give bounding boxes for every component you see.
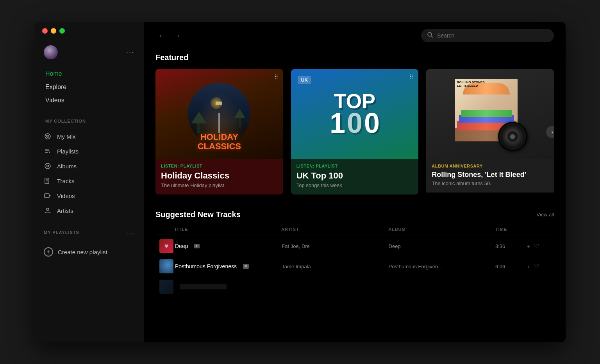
- card-type-rolling: ALBUM ANNIVERSARY: [432, 164, 548, 168]
- my-collection-label: MY COLLECTION: [34, 116, 144, 126]
- sidebar-item-albums-label: Albums: [57, 163, 77, 170]
- topbar: ← →: [144, 22, 566, 49]
- card-type-uk: LISTEN: PLAYLIST: [296, 164, 413, 168]
- track-name-posthumous: Posthumous Forgiveness: [175, 263, 237, 269]
- track-name-deep: Deep: [175, 243, 188, 249]
- sidebar-item-playlists[interactable]: Playlists: [39, 144, 139, 159]
- card-dots-icon: ⠿: [274, 74, 279, 80]
- sidebar-item-albums[interactable]: Albums: [39, 159, 139, 173]
- track-time-deep: 3:36: [495, 243, 527, 249]
- svg-point-7: [47, 165, 49, 167]
- back-button[interactable]: ←: [155, 31, 168, 40]
- card-uk-top-100[interactable]: UK ⠿ TOP 100 LISTEN: PLAYLIST UK T: [291, 69, 419, 194]
- sidebar-item-videos[interactable]: Videos: [39, 188, 139, 203]
- heart-icon[interactable]: ♡: [534, 243, 539, 250]
- col-title: TITLE: [174, 227, 281, 232]
- featured-title: Featured: [155, 53, 554, 62]
- rolling-album-art: ROLLING STONESLET IT BLEED: [451, 75, 529, 153]
- svg-point-6: [45, 163, 50, 169]
- sidebar-item-playlists-label: Playlists: [57, 148, 79, 155]
- card-holiday-classics[interactable]: ⠿: [155, 69, 283, 194]
- sidebar-item-tracks[interactable]: Tracks: [39, 173, 139, 188]
- playlist-icon: [44, 147, 52, 155]
- plus-icon: +: [44, 247, 53, 257]
- sidebar: ··· Home Explore Videos MY COLLECTION: [34, 22, 144, 342]
- sidebar-item-home[interactable]: Home: [42, 67, 136, 80]
- avatar[interactable]: [44, 45, 58, 59]
- view-all-button[interactable]: View all: [536, 212, 554, 218]
- track-thumb-next: [159, 280, 173, 294]
- col-actions: [527, 227, 550, 232]
- table-row[interactable]: Deep E Fat Joe, Dre Deep 3:36 + ♡: [155, 236, 554, 256]
- track-badge-deep: E: [194, 244, 200, 248]
- radio-icon: [44, 132, 52, 140]
- track-thumb-deep: [159, 239, 173, 253]
- playlists-menu-icon[interactable]: ···: [126, 230, 134, 238]
- track-actions-deep: + ♡: [527, 243, 550, 250]
- sidebar-user-area: ···: [34, 41, 144, 67]
- track-title-cell-deep: Deep E: [175, 243, 282, 249]
- card-name-holiday: Holiday Classics: [161, 171, 278, 181]
- search-bar[interactable]: [421, 29, 554, 42]
- sidebar-item-videos-label: Videos: [57, 193, 75, 199]
- svg-point-15: [428, 32, 432, 36]
- track-artist-posthumous: Tame Impala: [282, 264, 388, 269]
- card-type-holiday: LISTEN: PLAYLIST: [161, 164, 278, 168]
- track-title-cell-posthumous: Posthumous Forgiveness M: [175, 263, 282, 269]
- sidebar-item-artists[interactable]: Artists: [39, 203, 139, 218]
- add-icon[interactable]: +: [527, 243, 530, 250]
- window-controls: [42, 28, 65, 34]
- main-nav: Home Explore Videos: [34, 67, 144, 107]
- video-icon: [44, 192, 52, 200]
- my-playlists-label: MY PLAYLISTS: [44, 230, 79, 235]
- sidebar-item-explore[interactable]: Explore: [42, 80, 136, 94]
- track-album-posthumous: Posthumous Forgiven...: [389, 264, 495, 269]
- add-posthumous-icon[interactable]: +: [527, 263, 530, 270]
- maximize-button[interactable]: [59, 28, 65, 34]
- card-name-rolling: Rolling Stones, 'Let It Bleed': [432, 171, 548, 179]
- card-desc-holiday: The ultimate Holiday playlist.: [161, 182, 278, 188]
- col-time: TIME: [495, 227, 527, 232]
- tracks-table: TITLE ARTIST ALBUM TIME Deep E Fat Joe: [155, 225, 554, 297]
- track-album-deep: Deep: [389, 243, 495, 249]
- uk-badge: UK: [298, 76, 311, 84]
- search-input[interactable]: [437, 32, 548, 39]
- collection-list: My Mix Playlists: [34, 129, 144, 218]
- col-artist: ARTIST: [281, 227, 388, 232]
- my-playlists-header: MY PLAYLISTS ···: [34, 227, 144, 240]
- heart-posthumous-icon[interactable]: ♡: [534, 263, 539, 270]
- card-rolling-stones[interactable]: ROLLING STONESLET IT BLEED ALBUM ANNIVER…: [426, 69, 554, 194]
- main-content: ← → Featured: [144, 22, 566, 342]
- minimize-button[interactable]: [51, 28, 56, 34]
- sidebar-item-videos-nav[interactable]: Videos: [42, 94, 136, 107]
- create-playlist-button[interactable]: + Create new playlist: [34, 243, 144, 261]
- sidebar-item-my-mix[interactable]: My Mix: [39, 129, 139, 144]
- sidebar-item-artists-label: Artists: [57, 207, 73, 214]
- card-desc-rolling: The iconic album turns 50.: [432, 180, 548, 186]
- card-dots-uk-icon: ⠿: [409, 74, 414, 80]
- artists-icon: [44, 207, 52, 214]
- track-time-posthumous: 6:06: [495, 264, 527, 269]
- sidebar-item-tracks-label: Tracks: [57, 178, 74, 184]
- table-row[interactable]: Posthumous Forgiveness M Tame Impala Pos…: [155, 256, 554, 277]
- track-artist-deep: Fat Joe, Dre: [282, 243, 388, 249]
- search-icon: [427, 32, 433, 39]
- content-area: Featured ⠿: [144, 49, 566, 342]
- tracks-icon: [44, 177, 52, 185]
- card-desc-uk: Top songs this week: [296, 182, 413, 188]
- svg-point-14: [46, 208, 49, 211]
- uk-top100-art: TOP 100: [330, 92, 380, 136]
- svg-marker-13: [49, 195, 51, 196]
- close-button[interactable]: [42, 28, 48, 34]
- svg-rect-12: [45, 194, 49, 198]
- col-album: ALBUM: [388, 227, 495, 232]
- albums-icon: [44, 162, 52, 170]
- table-row[interactable]: [155, 277, 554, 297]
- track-actions-posthumous: + ♡: [527, 263, 550, 270]
- forward-button[interactable]: →: [171, 31, 184, 40]
- tracks-columns: TITLE ARTIST ALBUM TIME: [155, 225, 554, 234]
- suggested-tracks-title: Suggested New Tracks: [155, 210, 241, 219]
- sidebar-menu-icon[interactable]: ···: [126, 48, 134, 57]
- holiday-text: HOLIDAYCLASSICS: [155, 132, 283, 151]
- card-name-uk: UK Top 100: [296, 171, 413, 181]
